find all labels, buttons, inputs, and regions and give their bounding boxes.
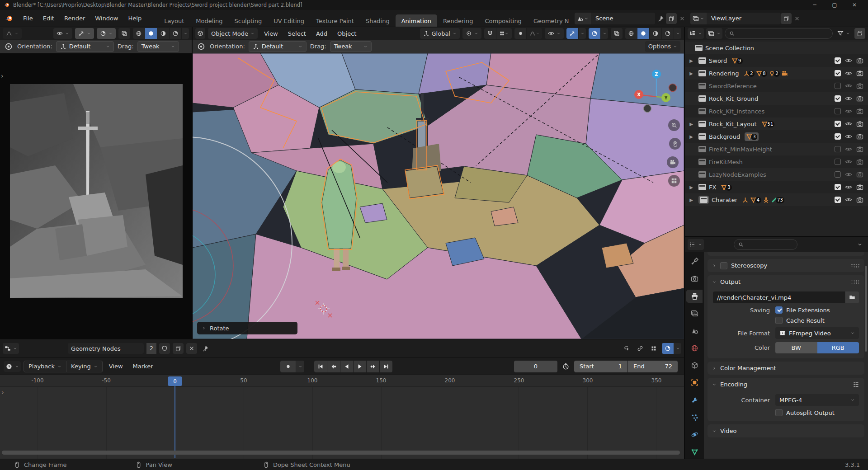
- camera-view-button[interactable]: [667, 156, 679, 168]
- outliner-row-backgroud[interactable]: ▶ Backgroud 3: [685, 130, 868, 143]
- outliner-row-root[interactable]: Scene Collection: [685, 42, 868, 54]
- outliner-row-fx[interactable]: ▶ FX 3: [685, 181, 868, 193]
- view-layer-browse-button[interactable]: [690, 13, 707, 24]
- render-visibility-icon[interactable]: [856, 133, 863, 140]
- visibility-dropdown[interactable]: [53, 28, 72, 39]
- close-button[interactable]: ✕: [844, 0, 864, 10]
- playback-menu[interactable]: Playback: [24, 361, 66, 372]
- view-menu[interactable]: View: [105, 363, 127, 370]
- drag-select[interactable]: Tweak: [330, 41, 372, 52]
- render-visibility-icon[interactable]: [856, 120, 863, 127]
- outliner-row-rock-kit-layout[interactable]: ▶ Rock_Kit_Layout 51: [685, 118, 868, 130]
- exclude-checkbox[interactable]: [835, 83, 841, 89]
- eye-icon[interactable]: [845, 146, 852, 153]
- render-visibility-icon[interactable]: [856, 57, 863, 64]
- autosplit-checkbox[interactable]: [775, 409, 783, 416]
- workspace-tab-uv-editing[interactable]: UV Editing: [268, 14, 310, 27]
- jump-to-start-button[interactable]: [314, 361, 327, 372]
- node-tree-unlink-button[interactable]: [186, 343, 197, 354]
- exclude-checkbox[interactable]: [835, 197, 841, 203]
- eye-icon[interactable]: [845, 95, 852, 102]
- color-bw-button[interactable]: BW: [775, 342, 817, 353]
- menu-edit[interactable]: Edit: [38, 13, 59, 24]
- overlays-dropdown[interactable]: [601, 28, 608, 39]
- exclude-checkbox[interactable]: [835, 171, 841, 178]
- tab-render[interactable]: [686, 272, 703, 285]
- render-visibility-icon[interactable]: [856, 183, 863, 191]
- tab-output[interactable]: [686, 290, 703, 303]
- workspace-tab-modeling[interactable]: Modeling: [190, 14, 228, 27]
- horizontal-scrollbar[interactable]: [2, 451, 680, 455]
- play-button[interactable]: [354, 361, 366, 372]
- keying-menu[interactable]: Keying: [66, 361, 103, 372]
- start-frame-field[interactable]: Start1: [574, 361, 627, 372]
- output-panel[interactable]: Output //render\Charater_vi.mp4 Saving F…: [708, 275, 864, 358]
- render-visibility-icon[interactable]: [856, 95, 863, 102]
- expand-icon[interactable]: ▶: [688, 71, 695, 76]
- overlays-toggle[interactable]: [589, 28, 600, 39]
- orientation-select[interactable]: Default: [249, 41, 307, 52]
- xray-toggle[interactable]: [611, 28, 623, 39]
- orthographic-button[interactable]: [668, 175, 680, 187]
- render-visibility-icon[interactable]: [856, 82, 863, 89]
- stereoscopy-checkbox[interactable]: [720, 262, 727, 269]
- outliner-row-charater[interactable]: ▶ Charater 4 73: [685, 193, 868, 206]
- node-overlays-toggle[interactable]: [662, 343, 674, 354]
- color-management-panel[interactable]: Color Management: [708, 362, 864, 375]
- scene-unlink-button[interactable]: [677, 13, 688, 24]
- exclude-checkbox[interactable]: [835, 159, 841, 165]
- pin-button[interactable]: [200, 343, 211, 354]
- workspace-tab-sculpting[interactable]: Sculpting: [228, 14, 268, 27]
- tab-object[interactable]: [686, 376, 703, 389]
- outliner-row-swordreference[interactable]: SwordReference: [685, 80, 868, 92]
- render-visibility-icon[interactable]: [856, 70, 863, 77]
- cache-result-checkbox[interactable]: [775, 317, 783, 324]
- render-visibility-icon[interactable]: [856, 171, 863, 178]
- end-frame-field[interactable]: End72: [628, 361, 678, 372]
- outliner-row-lazynodeexamples[interactable]: LazyNodeExamples: [685, 168, 868, 181]
- stereoscopy-panel[interactable]: Stereoscopy: [708, 259, 864, 272]
- exclude-checkbox[interactable]: [835, 184, 841, 190]
- workspace-tab-layout[interactable]: Layout: [158, 14, 190, 27]
- shading-material-button[interactable]: [650, 28, 661, 39]
- outliner-row-rock-kit-instances[interactable]: Rock_Kit_Instances: [685, 105, 868, 118]
- view-layer-remove-button[interactable]: [792, 13, 802, 24]
- node-overlays-dropdown[interactable]: [674, 343, 681, 354]
- snap-toggle[interactable]: [484, 28, 496, 39]
- encoding-panel[interactable]: Encoding Container MPEG-4 Autosplit Outp…: [708, 378, 864, 421]
- eye-icon[interactable]: [845, 120, 852, 127]
- expand-icon[interactable]: ▶: [688, 122, 695, 127]
- stopwatch-icon[interactable]: [562, 362, 570, 370]
- color-rgb-button[interactable]: RGB: [817, 342, 859, 353]
- outliner-row-sword[interactable]: ▶ Sword 9: [685, 54, 868, 67]
- blender-menu-icon[interactable]: [5, 14, 14, 23]
- filter-dropdown[interactable]: [835, 28, 852, 39]
- minimize-button[interactable]: ─: [805, 0, 825, 10]
- render-visibility-icon[interactable]: [856, 108, 863, 115]
- operator-panel-rotate[interactable]: Rotate: [197, 322, 297, 334]
- eye-icon[interactable]: [845, 57, 852, 64]
- render-visibility-icon[interactable]: [856, 196, 863, 203]
- editor-type-button[interactable]: [688, 28, 704, 39]
- expand-icon[interactable]: ▶: [688, 58, 695, 63]
- browse-output-button[interactable]: [845, 291, 859, 303]
- shading-rendered-button[interactable]: [662, 28, 674, 39]
- eye-icon[interactable]: [845, 133, 852, 140]
- pivot-point-dropdown[interactable]: [462, 28, 481, 39]
- scene-copy-button[interactable]: [666, 13, 677, 24]
- editor-type-button[interactable]: [195, 28, 205, 39]
- menu-help[interactable]: Help: [123, 13, 147, 24]
- editor-type-button[interactable]: [3, 343, 19, 354]
- fake-user-button[interactable]: [159, 343, 170, 354]
- tab-physics[interactable]: [686, 428, 703, 441]
- workspace-tab-compositing[interactable]: Compositing: [479, 14, 528, 27]
- chevron-down-icon[interactable]: [857, 241, 863, 248]
- exclude-checkbox[interactable]: [835, 108, 841, 114]
- eye-icon[interactable]: [845, 108, 852, 115]
- camera-preview-image[interactable]: [10, 84, 183, 298]
- tab-collection[interactable]: [686, 359, 703, 372]
- viewport-menu-view[interactable]: View: [260, 30, 282, 37]
- node-link-button[interactable]: [635, 343, 646, 354]
- shading-solid-button[interactable]: [637, 28, 649, 39]
- gizmos-dropdown[interactable]: [75, 28, 94, 39]
